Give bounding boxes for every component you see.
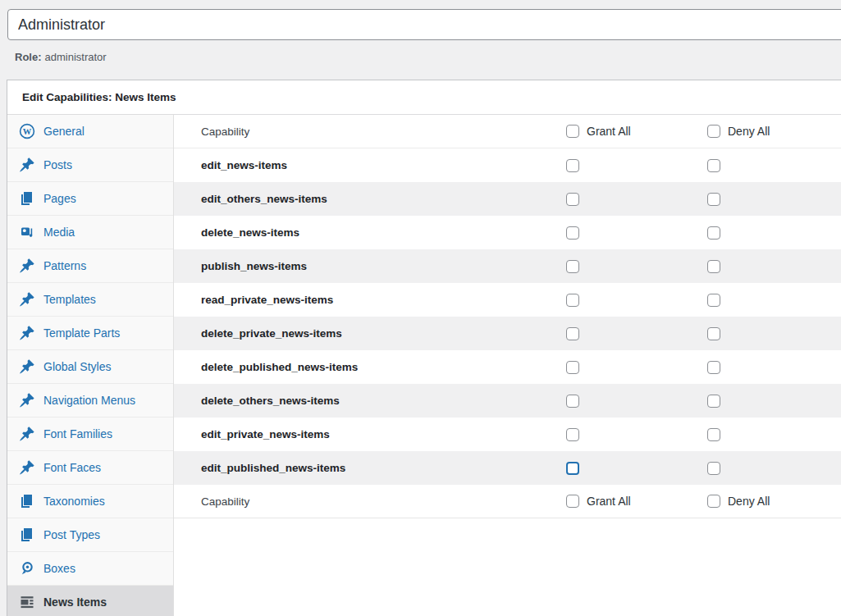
capability-name: delete_news-items bbox=[201, 226, 566, 239]
sidebar-item-template-parts[interactable]: Template Parts bbox=[7, 317, 173, 350]
sidebar-item-label: Font Families bbox=[43, 427, 112, 440]
sidebar-item-label: Font Faces bbox=[43, 461, 101, 474]
grant-checkbox[interactable] bbox=[566, 260, 579, 273]
capability-row: delete_private_news-items bbox=[174, 317, 841, 350]
pushpin-icon bbox=[19, 157, 35, 173]
sidebar-item-taxonomies[interactable]: Taxonomies bbox=[7, 485, 173, 518]
sidebar-item-navigation-menus[interactable]: Navigation Menus bbox=[7, 384, 173, 418]
grant-checkbox[interactable] bbox=[566, 294, 579, 307]
pages-icon bbox=[19, 190, 35, 207]
deny-checkbox[interactable] bbox=[707, 428, 720, 441]
role-meta: Role:administrator bbox=[15, 51, 107, 63]
pushpin-icon bbox=[19, 426, 35, 442]
capability-row: delete_news-items bbox=[174, 216, 841, 249]
sidebar-item-templates[interactable]: Templates bbox=[7, 283, 173, 317]
sidebar-item-post-types[interactable]: Post Types bbox=[7, 518, 173, 552]
deny-all-label: Deny All bbox=[728, 495, 770, 508]
grant-checkbox[interactable] bbox=[566, 395, 579, 408]
capability-row: edit_news-items bbox=[174, 148, 841, 182]
sidebar-item-font-faces[interactable]: Font Faces bbox=[7, 451, 173, 485]
grant-checkbox[interactable] bbox=[566, 193, 579, 206]
grant-all-group: Grant All bbox=[566, 125, 707, 138]
capability-name: delete_published_news-items bbox=[201, 361, 566, 373]
news-icon bbox=[19, 594, 35, 610]
sidebar-item-media[interactable]: Media bbox=[7, 216, 173, 249]
grant-checkbox[interactable] bbox=[566, 462, 579, 475]
capability-row: delete_published_news-items bbox=[174, 350, 841, 384]
capability-row: edit_published_news-items bbox=[174, 451, 841, 485]
table-footer-row: CapabilityGrant AllDeny All bbox=[174, 485, 841, 518]
sidebar-item-label: Taxonomies bbox=[43, 495, 105, 508]
sidebar-item-label: Media bbox=[43, 226, 75, 239]
sidebar-item-label: General bbox=[43, 125, 85, 138]
grant-checkbox[interactable] bbox=[566, 361, 579, 374]
sidebar-item-label: News Items bbox=[43, 595, 107, 609]
grant-checkbox[interactable] bbox=[566, 159, 579, 172]
capability-column-label: Capability bbox=[201, 125, 566, 138]
svg-text:W: W bbox=[23, 127, 32, 136]
deny-checkbox[interactable] bbox=[707, 327, 720, 340]
sidebar-item-posts[interactable]: Posts bbox=[7, 148, 173, 182]
pushpin-icon bbox=[19, 358, 35, 375]
deny-checkbox[interactable] bbox=[707, 361, 720, 374]
deny-all-checkbox[interactable] bbox=[707, 125, 720, 138]
role-name-input[interactable] bbox=[7, 9, 841, 40]
deny-all-checkbox[interactable] bbox=[707, 495, 720, 508]
grant-all-checkbox[interactable] bbox=[566, 495, 579, 508]
pushpin-icon bbox=[19, 459, 35, 476]
capability-name: edit_published_news-items bbox=[201, 462, 566, 474]
sidebar-item-pages[interactable]: Pages bbox=[7, 182, 173, 216]
table-header-row: CapabilityGrant AllDeny All bbox=[174, 115, 841, 148]
role-meta-value: administrator bbox=[45, 51, 107, 63]
capability-name: edit_others_news-items bbox=[201, 193, 566, 205]
grant-all-label: Grant All bbox=[587, 495, 631, 508]
capability-row: publish_news-items bbox=[174, 249, 841, 283]
sidebar-item-label: Pages bbox=[43, 192, 76, 205]
sidebar-item-label: Templates bbox=[43, 293, 96, 306]
capability-name: publish_news-items bbox=[201, 260, 566, 272]
sidebar-item-general[interactable]: WGeneral bbox=[7, 115, 173, 148]
deny-checkbox[interactable] bbox=[707, 260, 720, 273]
sidebar-item-label: Navigation Menus bbox=[43, 394, 135, 407]
capability-row: edit_others_news-items bbox=[174, 182, 841, 216]
deny-all-label: Deny All bbox=[728, 125, 770, 138]
capability-name: delete_private_news-items bbox=[201, 327, 566, 340]
capability-table: CapabilityGrant AllDeny Alledit_news-ite… bbox=[174, 115, 841, 616]
deny-checkbox[interactable] bbox=[707, 395, 720, 408]
sidebar-item-label: Global Styles bbox=[43, 360, 111, 373]
panel-body: WGeneralPostsPagesMediaPatternsTemplates… bbox=[7, 115, 841, 616]
deny-checkbox[interactable] bbox=[707, 462, 720, 475]
sidebar-item-label: Boxes bbox=[43, 562, 75, 575]
deny-checkbox[interactable] bbox=[707, 226, 720, 240]
grant-all-label: Grant All bbox=[587, 125, 631, 138]
grant-all-group: Grant All bbox=[566, 495, 707, 508]
sidebar-item-boxes[interactable]: Boxes bbox=[7, 552, 173, 586]
capability-row: read_private_news-items bbox=[174, 283, 841, 317]
grant-checkbox[interactable] bbox=[566, 428, 579, 441]
panel-title: Edit Capabilities: News Items bbox=[7, 80, 841, 115]
sidebar-item-label: Post Types bbox=[43, 528, 100, 541]
deny-checkbox[interactable] bbox=[707, 159, 720, 172]
capability-name: delete_others_news-items bbox=[201, 395, 566, 407]
sidebar-item-label: Template Parts bbox=[43, 326, 120, 340]
pushpin-icon bbox=[19, 258, 35, 274]
capability-tabs-sidebar: WGeneralPostsPagesMediaPatternsTemplates… bbox=[7, 115, 174, 616]
deny-all-group: Deny All bbox=[707, 495, 841, 508]
deny-all-group: Deny All bbox=[707, 125, 841, 138]
grant-all-checkbox[interactable] bbox=[566, 125, 579, 138]
pushpin-icon bbox=[19, 291, 35, 308]
sidebar-item-label: Patterns bbox=[43, 259, 86, 272]
capability-row: delete_others_news-items bbox=[174, 384, 841, 418]
deny-checkbox[interactable] bbox=[707, 294, 720, 307]
capability-column-label: Capability bbox=[201, 495, 566, 508]
sidebar-item-label: Posts bbox=[43, 158, 72, 171]
sidebar-item-news-items[interactable]: News Items bbox=[7, 586, 173, 616]
pages-icon bbox=[19, 527, 35, 543]
sidebar-item-patterns[interactable]: Patterns bbox=[7, 249, 173, 283]
pages-icon bbox=[19, 493, 35, 509]
sidebar-item-global-styles[interactable]: Global Styles bbox=[7, 350, 173, 384]
deny-checkbox[interactable] bbox=[707, 193, 720, 206]
sidebar-item-font-families[interactable]: Font Families bbox=[7, 418, 173, 451]
grant-checkbox[interactable] bbox=[566, 327, 579, 340]
grant-checkbox[interactable] bbox=[566, 226, 579, 240]
